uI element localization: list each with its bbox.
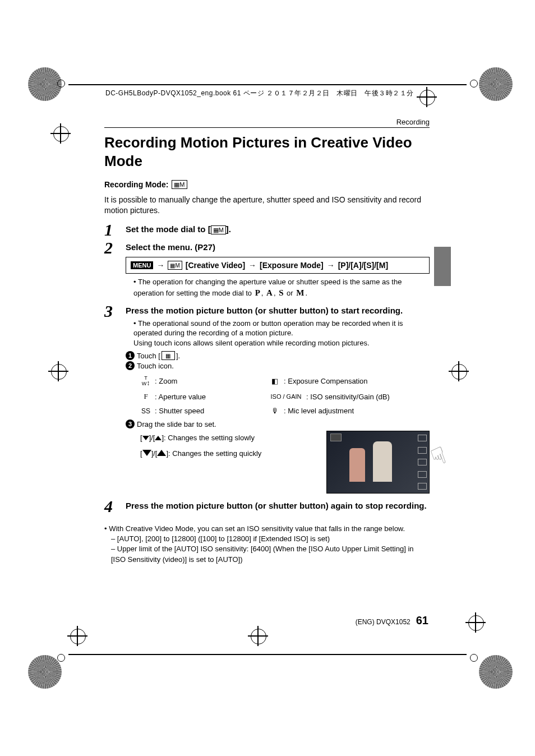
page-title: Recording Motion Pictures in Creative Vi… [104, 133, 430, 170]
book-header: DC-GH5LBodyP-DVQX1052_eng.book 61 ページ ２０… [105, 89, 414, 98]
menu-item-pasm: [P]/[A]/[S]/[M] [338, 261, 388, 270]
mic-label: : Mic level adjustment [284, 407, 354, 415]
thumb-tab [434, 247, 451, 286]
creative-video-mode-icon: ▦M [211, 225, 226, 234]
step-number-1: 1 [104, 222, 126, 238]
step-number-4: 4 [104, 498, 126, 515]
iso-gain-label: : ISO sensitivity/Gain (dB) [306, 393, 390, 401]
crosshair [248, 626, 268, 646]
substep-2-icon: 2 [126, 361, 135, 370]
slide-slow-text: ]: Changes the setting slowly [162, 434, 254, 442]
creative-video-mode-icon: ▦M [168, 261, 182, 270]
footer-code: (ENG) DVQX1052 [356, 618, 411, 626]
touch-tab-icon: ▦ [162, 351, 175, 360]
example-screenshot: ☟ [326, 431, 430, 494]
creative-video-mode-icon: ▦M [172, 180, 187, 189]
crosshair [449, 361, 469, 381]
step3-head: Press the motion picture button (or shut… [126, 305, 430, 316]
mode-p-icon: P [255, 288, 260, 297]
crop-burst-tr [479, 67, 513, 101]
slide-fast-text: ]: Changes the setting quickly [166, 449, 261, 458]
step3-bullet-b: Using touch icons allows silent operatio… [133, 339, 370, 347]
arrow-right-icon: → [156, 261, 164, 270]
post-bullet-dash-1: [AUTO], [200] to [12800] ([100] to [1280… [111, 534, 430, 544]
step2-bullet: The operation for changing the aperture … [133, 277, 430, 298]
zoom-label: : Zoom [155, 377, 177, 385]
shutter-speed-icon: SS [140, 407, 151, 415]
substep-3-text: Drag the slide bar to set. [137, 420, 216, 428]
arrow-right-icon: → [327, 261, 335, 270]
post-bullet-main: With Creative Video Mode, you can set an… [104, 524, 430, 534]
triangle-down-large-icon [142, 450, 151, 456]
step3-bullet-a: The operational sound of the zoom or but… [133, 319, 403, 338]
crop-burst-br [479, 655, 513, 689]
step-number-2: 2 [104, 239, 126, 256]
crosshair [50, 123, 71, 144]
exposure-comp-label: : Exposure Compensation [284, 377, 368, 385]
arrow-right-icon: → [248, 261, 256, 270]
page-number: 61 [416, 614, 428, 627]
section-label: Recording [104, 118, 430, 128]
menu-path-box: MENU → ▦M [Creative Video] → [Exposure M… [126, 257, 430, 274]
exposure-comp-icon: ◧ [269, 377, 280, 385]
triangle-up-small-icon [155, 436, 162, 440]
crosshair [465, 612, 486, 633]
mic-icon: 🎙 [269, 407, 280, 415]
crop-line-top [68, 84, 467, 86]
step1-text-a: Set the mode dial to [ [126, 224, 211, 234]
shutter-speed-label: : Shutter speed [155, 407, 204, 415]
substep-1-text-b: ]. [176, 352, 180, 360]
menu-chip-icon: MENU [131, 261, 153, 269]
crop-burst-bl [28, 655, 62, 689]
substep-1-icon: 1 [126, 351, 135, 360]
triangle-up-large-icon [157, 450, 166, 456]
step-number-3: 3 [104, 303, 126, 320]
substep-3-icon: 3 [126, 420, 135, 428]
crop-line-bottom [68, 654, 467, 655]
crop-burst-tl [28, 67, 62, 101]
mode-a-icon: A [266, 288, 273, 297]
recording-mode-label: Recording Mode: [104, 180, 168, 189]
step2-head: Select the menu. (P27) [126, 242, 430, 253]
crosshair [48, 361, 68, 381]
mode-s-icon: S [279, 288, 283, 297]
substep-1-text-a: Touch [ [137, 352, 160, 360]
aperture-label: : Aperture value [155, 393, 206, 401]
crosshair [67, 626, 87, 646]
substep-2-text: Touch icon. [137, 362, 174, 370]
menu-item-creative-video: [Creative Video] [186, 261, 245, 270]
step1-text-b: ]. [226, 224, 231, 234]
triangle-down-small-icon [142, 436, 149, 440]
mode-m-icon: M [296, 288, 304, 297]
menu-item-exposure-mode: [Exposure Mode] [260, 261, 324, 270]
iso-gain-icon: ISO / GAIN [269, 393, 303, 400]
aperture-icon: F [140, 392, 151, 401]
hand-pointer-icon: ☟ [427, 441, 450, 472]
zoom-icon: TW↕ [140, 376, 151, 386]
step4-head: Press the motion picture button (or shut… [126, 500, 430, 511]
crosshair [417, 87, 437, 107]
post-bullet-dash-2: Upper limit of the [AUTO] ISO sensitivit… [111, 544, 430, 564]
intro-text: It is possible to manually change the ap… [104, 195, 430, 216]
